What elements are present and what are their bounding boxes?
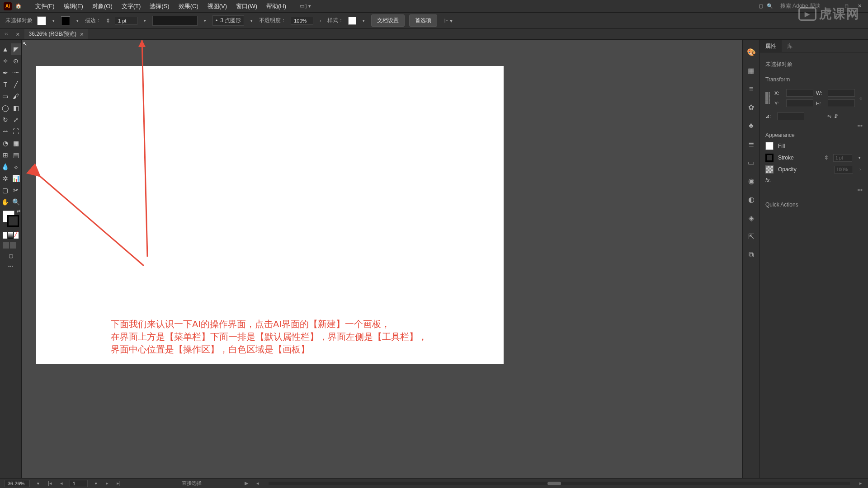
draw-behind-icon[interactable] bbox=[10, 242, 16, 249]
align-panel-icon[interactable]: ≣ bbox=[748, 140, 754, 148]
last-artboard-icon[interactable]: ▸| bbox=[115, 480, 122, 486]
brush-value[interactable]: 3 点圆形 bbox=[220, 17, 241, 24]
flip-v-icon[interactable]: ⇵ bbox=[834, 113, 838, 119]
more-options-icon[interactable]: ••• bbox=[765, 123, 863, 128]
shape-builder-tool-icon[interactable]: ◔ bbox=[0, 137, 11, 149]
lasso-tool-icon[interactable]: ⊙ bbox=[11, 55, 22, 67]
blend-tool-icon[interactable]: ⟐ bbox=[11, 161, 22, 173]
document-setup-button[interactable]: 文档设置 bbox=[371, 14, 405, 27]
scale-tool-icon[interactable]: ⤢ bbox=[11, 114, 22, 126]
artboard-tool-icon[interactable]: ▢ bbox=[0, 184, 11, 196]
screen-mode-icon[interactable]: ▢ bbox=[0, 250, 21, 262]
stroke-weight-dropdown-icon[interactable]: ▾ bbox=[142, 19, 148, 23]
fill-color-swatch[interactable] bbox=[765, 142, 774, 150]
next-artboard-icon[interactable]: ▸ bbox=[104, 480, 110, 486]
vwp-dropdown-icon[interactable]: ▾ bbox=[202, 19, 208, 23]
align-icon[interactable]: ⊪ ▾ bbox=[443, 18, 452, 24]
edit-toolbar-icon[interactable]: ••• bbox=[0, 262, 21, 271]
stroke-panel-icon[interactable]: ≡ bbox=[749, 85, 753, 93]
preferences-button[interactable]: 首选项 bbox=[409, 14, 437, 27]
tab-libraries[interactable]: 库 bbox=[782, 40, 798, 52]
perspective-tool-icon[interactable]: ▦ bbox=[11, 137, 22, 149]
style-swatch[interactable] bbox=[348, 17, 356, 25]
fill-dropdown-icon[interactable]: ▾ bbox=[51, 19, 57, 23]
draw-normal-icon[interactable] bbox=[3, 242, 9, 249]
direct-selection-tool-icon[interactable]: ◤ bbox=[11, 43, 22, 55]
horizontal-scrollbar[interactable] bbox=[269, 482, 850, 485]
stroke-weight-panel-input[interactable] bbox=[833, 154, 852, 162]
artboards-panel-icon[interactable]: ⧉ bbox=[749, 251, 754, 259]
fill-stroke-colors[interactable]: ⇄ bbox=[0, 208, 21, 230]
artboard-number-input[interactable] bbox=[70, 480, 88, 487]
style-dropdown-icon[interactable]: ▾ bbox=[361, 19, 367, 23]
stroke-color-swatch[interactable] bbox=[765, 154, 774, 162]
opacity-dropdown-icon[interactable]: › bbox=[318, 19, 323, 23]
h-input[interactable] bbox=[828, 99, 855, 107]
symbol-sprayer-tool-icon[interactable]: ✲ bbox=[0, 173, 11, 184]
reference-point-icon[interactable] bbox=[765, 92, 770, 104]
type-tool-icon[interactable]: T bbox=[0, 79, 11, 90]
layers-panel-icon[interactable]: ◈ bbox=[749, 214, 754, 222]
untitled-tab-close-icon[interactable]: × bbox=[16, 31, 19, 38]
hand-tool-icon[interactable]: ✋ bbox=[0, 196, 11, 208]
brush-dropdown-icon[interactable]: ▾ bbox=[249, 19, 255, 23]
opacity-panel-dropdown-icon[interactable]: › bbox=[858, 167, 863, 172]
w-input[interactable] bbox=[828, 89, 855, 97]
opacity-input[interactable] bbox=[291, 17, 313, 25]
scroll-left-icon[interactable]: ◂ bbox=[255, 480, 260, 486]
document-tab[interactable]: 36.26% (RGB/预览) × bbox=[24, 29, 89, 39]
pen-tool-icon[interactable]: ✒ bbox=[0, 67, 11, 79]
appearance-more-icon[interactable]: ••• bbox=[765, 187, 863, 192]
graph-tool-icon[interactable]: 📊 bbox=[11, 173, 22, 184]
eraser-tool-icon[interactable]: ◧ bbox=[11, 102, 22, 114]
slice-tool-icon[interactable]: ✂ bbox=[11, 184, 22, 196]
brushes-panel-icon[interactable]: ✿ bbox=[748, 103, 754, 112]
zoom-dropdown-icon[interactable]: ▾ bbox=[35, 481, 41, 486]
menu-file[interactable]: 文件(F) bbox=[31, 0, 59, 12]
tab-properties[interactable]: 属性 bbox=[760, 40, 782, 52]
menu-view[interactable]: 视图(V) bbox=[203, 0, 231, 12]
color-mode-icon[interactable] bbox=[3, 232, 7, 239]
y-input[interactable] bbox=[786, 99, 813, 107]
menu-type[interactable]: 文字(T) bbox=[117, 0, 146, 12]
variable-width-profile[interactable] bbox=[152, 16, 198, 26]
tab-chevron-left-icon[interactable]: ‹‹ bbox=[5, 31, 8, 38]
magic-wand-tool-icon[interactable]: ✧ bbox=[0, 55, 11, 67]
paintbrush-tool-icon[interactable]: 🖌 bbox=[11, 90, 22, 102]
stroke-dropdown-icon[interactable]: ▾ bbox=[75, 19, 80, 23]
fill-swatch[interactable] bbox=[37, 16, 46, 25]
zoom-input[interactable] bbox=[5, 480, 30, 487]
line-tool-icon[interactable]: ╱ bbox=[11, 79, 22, 90]
swap-colors-icon[interactable]: ⇄ bbox=[17, 209, 20, 214]
selection-tool-icon[interactable]: ▲ bbox=[0, 43, 11, 55]
first-artboard-icon[interactable]: |◂ bbox=[47, 480, 53, 486]
opacity-swatch[interactable] bbox=[765, 165, 774, 174]
stroke-color-icon[interactable] bbox=[7, 215, 19, 227]
gradient-tool-icon[interactable]: ▤ bbox=[11, 149, 22, 161]
home-icon[interactable]: 🏠 bbox=[15, 3, 22, 9]
symbols-panel-icon[interactable]: ♣ bbox=[749, 122, 754, 130]
appearance-panel-icon[interactable]: ◉ bbox=[748, 177, 755, 185]
prev-artboard-icon[interactable]: ◂ bbox=[59, 480, 64, 486]
canvas-area[interactable]: 下面我们来认识一下AI的操作界面，点击AI界面的【新建】一个画板， 在界面上方是… bbox=[22, 40, 742, 478]
constrain-icon[interactable]: ⟐ bbox=[859, 95, 863, 101]
menu-help[interactable]: 帮助(H) bbox=[262, 0, 291, 12]
menu-edit[interactable]: 编辑(E) bbox=[59, 0, 88, 12]
stroke-weight-panel-dropdown-icon[interactable]: ▾ bbox=[857, 155, 863, 160]
stroke-stepper-icon[interactable]: ⇕ bbox=[106, 18, 110, 24]
stroke-stepper-panel-icon[interactable]: ⇕ bbox=[824, 155, 829, 161]
free-transform-tool-icon[interactable]: ⛶ bbox=[11, 126, 22, 137]
flip-h-icon[interactable]: ⇋ bbox=[827, 113, 831, 119]
transform-panel-icon[interactable]: ▭ bbox=[748, 158, 755, 167]
asset-export-panel-icon[interactable]: ⇱ bbox=[748, 232, 754, 241]
fx-label[interactable]: fx. bbox=[765, 177, 771, 183]
arrange-icon[interactable]: ▢ bbox=[759, 3, 763, 9]
gradient-mode-icon[interactable] bbox=[8, 232, 13, 239]
menu-effect[interactable]: 效果(C) bbox=[174, 0, 203, 12]
eyedropper-tool-icon[interactable]: 💧 bbox=[0, 161, 11, 173]
menu-select[interactable]: 选择(S) bbox=[145, 0, 174, 12]
zoom-tool-icon[interactable]: 🔍 bbox=[11, 196, 22, 208]
graphic-styles-panel-icon[interactable]: ◐ bbox=[748, 195, 755, 204]
swatches-panel-icon[interactable]: ▦ bbox=[748, 66, 755, 75]
angle-input[interactable] bbox=[777, 113, 804, 120]
